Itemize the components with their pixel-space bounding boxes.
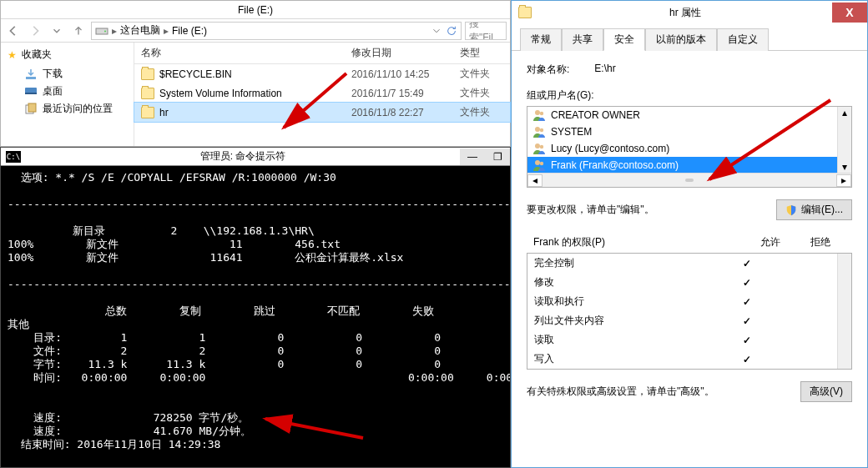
- svg-line-16: [265, 419, 363, 438]
- sidebar-favorites-label: 收藏夹: [22, 48, 52, 62]
- perm-name: 完全控制: [534, 256, 722, 270]
- advanced-button-label: 高级(V): [810, 385, 843, 399]
- user-icon: [532, 142, 546, 155]
- perm-name: 读取: [534, 333, 722, 347]
- file-date: 2016/11/10 14:25: [351, 68, 460, 80]
- cmd-icon: C:\: [6, 151, 21, 163]
- perm-header-deny: 拒绝: [795, 235, 845, 249]
- tab-0[interactable]: 常规: [520, 28, 562, 51]
- svg-point-14: [540, 162, 543, 165]
- file-name: hr: [159, 107, 169, 118]
- properties-dialog: hr 属性 X 常规共享安全以前的版本自定义 对象名称: E:\hr 组或用户名…: [511, 0, 868, 468]
- perm-name: 列出文件夹内容: [534, 314, 722, 328]
- annotation-arrow: [259, 409, 367, 445]
- breadcrumb-root[interactable]: 这台电脑: [120, 23, 160, 38]
- adv-hint: 有关特殊权限或高级设置，请单击"高级"。: [527, 385, 714, 399]
- advanced-button[interactable]: 高级(V): [800, 381, 852, 402]
- refresh-icon[interactable]: [446, 25, 457, 37]
- explorer-title: File (E:): [1, 1, 510, 19]
- tab-3[interactable]: 以前的版本: [645, 28, 717, 51]
- recent-icon: [24, 103, 38, 116]
- svg-point-10: [540, 128, 543, 132]
- perm-row: 完全控制✓: [527, 254, 837, 273]
- vscrollbar[interactable]: ▴▾: [837, 107, 851, 173]
- annotation-arrow: [275, 69, 351, 138]
- forward-button[interactable]: [26, 22, 44, 40]
- star-icon: ★: [8, 49, 17, 61]
- col-name[interactable]: 名称: [141, 46, 351, 60]
- up-button[interactable]: [69, 22, 88, 40]
- perm-list: 完全控制✓修改✓读取和执行✓列出文件夹内容✓读取✓写入✓: [527, 253, 852, 370]
- perm-scrollbar[interactable]: [837, 254, 851, 369]
- props-title: hr 属性: [538, 6, 832, 20]
- svg-point-11: [535, 143, 540, 148]
- tab-2[interactable]: 安全: [603, 28, 645, 51]
- perm-allow: ✓: [722, 354, 772, 365]
- file-date: 2016/11/7 15:49: [351, 88, 460, 99]
- close-button[interactable]: X: [832, 3, 867, 23]
- file-name: $RECYCLE.BIN: [159, 68, 232, 80]
- perm-header-title: Frank 的权限(P): [533, 235, 745, 249]
- svg-rect-2: [26, 77, 36, 79]
- explorer-window: File (E:) ▸ 这台电脑 ▸ File (E:) 搜索"Fil... ★…: [0, 0, 511, 147]
- svg-point-7: [535, 110, 540, 115]
- sidebar-item-desktop[interactable]: 桌面: [8, 83, 127, 100]
- search-input[interactable]: 搜索"Fil...: [465, 22, 507, 40]
- breadcrumb-drive[interactable]: File (E:): [172, 25, 207, 37]
- explorer-toolbar: ▸ 这台电脑 ▸ File (E:) 搜索"Fil...: [1, 19, 510, 43]
- desktop-icon: [24, 85, 38, 98]
- perm-allow: ✓: [722, 315, 772, 327]
- col-date[interactable]: 修改日期: [351, 46, 460, 60]
- perm-header: Frank 的权限(P) 允许 拒绝: [527, 232, 852, 253]
- address-bar[interactable]: ▸ 这台电脑 ▸ File (E:): [91, 22, 462, 40]
- perm-name: 读取和执行: [534, 294, 722, 309]
- col-type[interactable]: 类型: [460, 46, 510, 60]
- object-name-label: 对象名称:: [527, 63, 569, 77]
- shield-icon: [785, 204, 797, 216]
- props-titlebar: hr 属性 X: [512, 1, 867, 24]
- explorer-sidebar: ★收藏夹 下载 桌面 最近访问的位置: [1, 43, 134, 146]
- perm-row: 读取✓: [527, 330, 837, 350]
- svg-point-13: [535, 160, 540, 165]
- download-icon: [24, 68, 38, 81]
- breadcrumb-sep: ▸: [164, 25, 169, 37]
- file-date: 2016/11/8 22:27: [351, 107, 460, 118]
- perm-row: 修改✓: [527, 273, 837, 292]
- file-type: 文件夹: [460, 105, 510, 119]
- tab-1[interactable]: 共享: [562, 28, 603, 51]
- svg-point-8: [540, 112, 543, 115]
- sidebar-item-label: 桌面: [43, 84, 63, 98]
- svg-rect-4: [25, 93, 37, 94]
- cmd-window: C:\ 管理员: 命令提示符 — ❐ 选项: *.* /S /E /COPYAL…: [0, 147, 511, 468]
- user-name: SYSTEM: [551, 126, 592, 138]
- sidebar-item-recent[interactable]: 最近访问的位置: [8, 100, 127, 118]
- folder-icon: [141, 68, 154, 80]
- perm-row: 读取和执行✓: [527, 292, 837, 311]
- user-icon: [532, 108, 546, 122]
- tab-4[interactable]: 自定义: [717, 28, 769, 51]
- user-name: Lucy (Lucy@contoso.com): [551, 143, 669, 154]
- maximize-button[interactable]: ❐: [485, 148, 510, 165]
- refresh-dropdown-icon[interactable]: [431, 25, 442, 37]
- file-type: 文件夹: [460, 67, 510, 81]
- perm-allow: ✓: [722, 296, 772, 308]
- back-button[interactable]: [4, 22, 23, 40]
- perm-name: 修改: [534, 275, 722, 289]
- svg-rect-6: [28, 103, 36, 112]
- drive-icon: [95, 24, 108, 38]
- minimize-button[interactable]: —: [460, 148, 485, 165]
- user-name: Frank (Frank@contoso.com): [551, 159, 679, 171]
- user-name: CREATOR OWNER: [551, 109, 640, 121]
- recent-dropdown[interactable]: [48, 22, 66, 40]
- svg-line-15: [284, 73, 346, 128]
- svg-point-12: [540, 145, 543, 148]
- sidebar-item-label: 最近访问的位置: [43, 102, 113, 116]
- perm-allow: ✓: [722, 258, 772, 269]
- tabs: 常规共享安全以前的版本自定义: [512, 28, 867, 51]
- perm-allow: ✓: [722, 277, 772, 289]
- cmd-output[interactable]: 选项: *.* /S /E /COPYALL /EFSRAW /R:100000…: [1, 166, 510, 467]
- sidebar-favorites[interactable]: ★收藏夹: [8, 48, 127, 62]
- edit-button[interactable]: 编辑(E)...: [776, 199, 852, 220]
- sidebar-item-downloads[interactable]: 下载: [8, 65, 127, 83]
- perm-row: 写入✓: [527, 350, 837, 369]
